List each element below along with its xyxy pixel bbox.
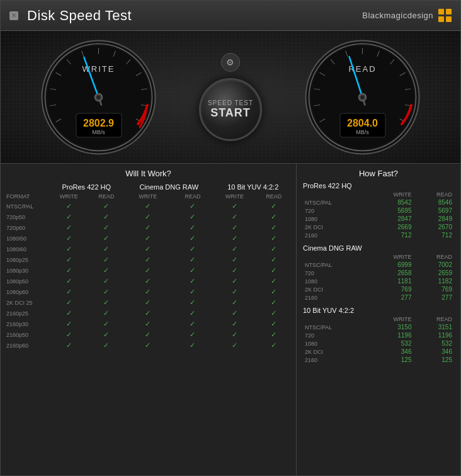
brand-dot-1 <box>438 9 444 14</box>
checkmark-icon: ✓ <box>103 331 109 338</box>
check-cell: ✓ <box>89 265 124 276</box>
check-cell: ✓ <box>172 265 214 276</box>
checkmark-icon: ✓ <box>103 298 109 306</box>
check-cell: ✓ <box>89 222 124 233</box>
checkmark-icon: ✓ <box>103 213 109 220</box>
fast-write-cell: 2847 <box>368 215 414 223</box>
fast-table-row: 108028472849 <box>303 215 454 223</box>
checkmark-icon: ✓ <box>232 266 237 274</box>
checkmark-icon: ✓ <box>103 266 109 274</box>
check-cell: ✓ <box>213 233 255 244</box>
fast-write-cell: 1196 <box>368 331 414 339</box>
checkmark-icon: ✓ <box>145 341 151 349</box>
checkmark-icon: ✓ <box>66 202 72 210</box>
fast-write-cell: 712 <box>368 231 414 239</box>
yuv-write-header: WRITE <box>213 192 255 201</box>
fast-col-header: READ <box>413 191 454 198</box>
fast-label-cell: 2160 <box>303 231 368 239</box>
format-cell: 1080p50 <box>4 276 49 286</box>
check-cell: ✓ <box>255 244 292 254</box>
check-cell: ✓ <box>255 297 292 308</box>
fast-table-row: 2K DCI769769 <box>303 285 454 293</box>
fast-col-header <box>303 191 368 198</box>
fast-table-row: 2160125125 <box>303 356 454 364</box>
fast-read-cell: 8546 <box>413 198 454 207</box>
check-cell: ✓ <box>49 308 89 319</box>
format-cell: NTSC/PAL <box>4 201 49 212</box>
checkmark-icon: ✓ <box>271 298 276 306</box>
settings-button[interactable]: ⚙ <box>221 53 240 72</box>
fast-table-row: 2160277277 <box>303 293 454 302</box>
app-window: ✕ Disk Speed Test Blackmagicdesign <box>0 0 461 476</box>
checkmark-icon: ✓ <box>190 309 195 317</box>
checkmark-icon: ✓ <box>271 341 276 349</box>
fast-label-cell: NTSC/PAL <box>303 261 368 269</box>
check-cell: ✓ <box>172 319 214 329</box>
checkmark-icon: ✓ <box>232 288 237 295</box>
check-cell: ✓ <box>255 265 292 276</box>
will-table-row: 2K DCI 25✓✓✓✓✓✓ <box>4 297 292 308</box>
how-fast-title: How Fast? <box>303 169 454 178</box>
svg-point-23 <box>97 95 101 99</box>
fast-table-row: 2K DCI346346 <box>303 348 454 356</box>
fast-write-cell: 8542 <box>368 198 414 207</box>
fast-label-cell: 2K DCI <box>303 348 368 356</box>
checkmark-icon: ✓ <box>103 309 109 317</box>
checkmark-icon: ✓ <box>66 288 72 295</box>
check-cell: ✓ <box>49 201 89 212</box>
fast-col-header: WRITE <box>368 253 414 261</box>
fast-write-cell: 277 <box>368 293 414 302</box>
checkmark-icon: ✓ <box>190 202 195 210</box>
fast-label-cell: 720 <box>303 207 368 215</box>
checkmark-icon: ✓ <box>232 256 237 263</box>
check-cell: ✓ <box>49 212 89 222</box>
checkmark-icon: ✓ <box>190 331 195 338</box>
checkmark-icon: ✓ <box>271 224 276 231</box>
checkmark-icon: ✓ <box>190 234 195 242</box>
data-area: Will It Work? ProRes 422 HQ Cinema DNG R… <box>1 163 460 475</box>
checkmark-icon: ✓ <box>271 331 276 338</box>
check-cell: ✓ <box>49 319 89 329</box>
checkmark-icon: ✓ <box>271 202 276 210</box>
fast-write-cell: 769 <box>368 285 414 293</box>
checkmark-icon: ✓ <box>190 266 195 274</box>
checkmark-icon: ✓ <box>145 288 151 295</box>
check-cell: ✓ <box>172 233 214 244</box>
fast-table: WRITEREADNTSC/PAL85428546720569556971080… <box>303 191 454 239</box>
checkmark-icon: ✓ <box>145 277 151 285</box>
fast-read-cell: 346 <box>413 348 454 356</box>
gear-icon: ⚙ <box>226 57 234 67</box>
check-cell: ✓ <box>172 222 214 233</box>
start-button[interactable]: SPEED TEST START <box>199 78 262 141</box>
close-button[interactable]: ✕ <box>9 11 18 20</box>
checkmark-icon: ✓ <box>190 213 195 220</box>
checkmark-icon: ✓ <box>190 245 195 252</box>
checkmark-icon: ✓ <box>145 331 151 338</box>
fast-col-header: READ <box>413 315 454 323</box>
fast-label-cell: 1080 <box>303 215 368 223</box>
fast-col-header <box>303 253 368 261</box>
check-cell: ✓ <box>89 297 124 308</box>
checkmark-icon: ✓ <box>271 266 276 274</box>
checkmark-icon: ✓ <box>271 213 276 220</box>
checkmark-icon: ✓ <box>190 277 195 285</box>
checkmark-icon: ✓ <box>66 213 72 220</box>
check-cell: ✓ <box>213 286 255 297</box>
checkmark-icon: ✓ <box>103 288 109 295</box>
format-cell: 2K DCI 25 <box>4 297 49 308</box>
checkmark-icon: ✓ <box>190 288 195 295</box>
check-cell: ✓ <box>172 244 214 254</box>
format-cell: 2160p50 <box>4 329 49 340</box>
check-cell: ✓ <box>255 308 292 319</box>
check-cell: ✓ <box>124 286 172 297</box>
check-cell: ✓ <box>172 254 214 265</box>
yuv-read-header: READ <box>255 192 292 201</box>
format-cell: 1080p30 <box>4 265 49 276</box>
fast-write-cell: 2658 <box>368 269 414 277</box>
format-cell: 1080p60 <box>4 286 49 297</box>
check-cell: ✓ <box>49 286 89 297</box>
check-cell: ✓ <box>89 254 124 265</box>
checkmark-icon: ✓ <box>232 320 237 327</box>
format-col-header <box>4 182 49 192</box>
fast-read-cell: 2670 <box>413 223 454 231</box>
